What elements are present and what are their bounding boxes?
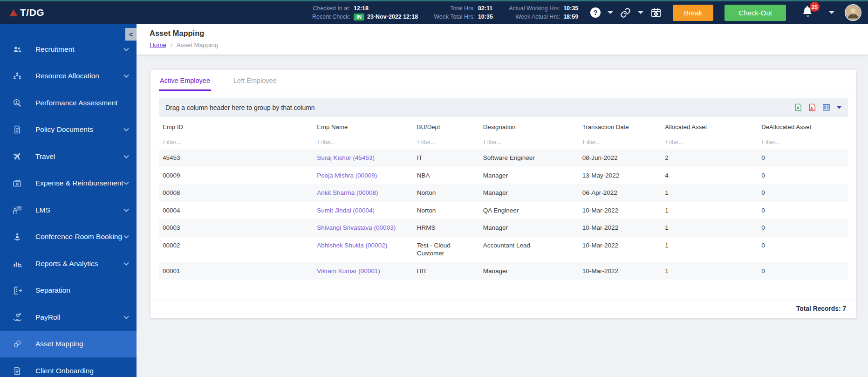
cell-bu-dept: IT	[413, 149, 479, 167]
cell-designation: QA Engineer	[479, 202, 579, 219]
sidebar-item-policy-documents[interactable]: Policy Documents	[0, 117, 137, 144]
tab-active-employee[interactable]: Active Employee	[159, 70, 211, 91]
sidebar-item-travel[interactable]: Travel	[0, 143, 137, 170]
employee-name-link[interactable]: Abhishek Shukla (00002)	[317, 242, 387, 249]
asset-mapping-card: Active Employee Left Employee Drag a col…	[150, 70, 856, 318]
sidebar-item-reports-analytics[interactable]: Reports & Analytics	[0, 250, 137, 277]
employee-name-link[interactable]: Sumit Jindal (00004)	[317, 207, 375, 214]
sidebar-item-client-onboarding[interactable]: Client Onboarding	[0, 357, 137, 377]
sidebar-item-label: Reports & Analytics	[35, 260, 98, 268]
cell-transaction-date: 08-Jun-2022	[579, 149, 661, 167]
chevron-down-icon[interactable]	[837, 106, 841, 109]
chevron-down-icon	[123, 235, 129, 239]
cell-deallocated: 0	[758, 237, 848, 262]
cell-bu-dept: HRMS	[413, 219, 479, 237]
sidebar-item-recruitment[interactable]: Recruitment	[0, 36, 137, 63]
sidebar-item-label: Travel	[35, 152, 55, 161]
sidebar-item-performance-assessment[interactable]: Performance Assessment	[0, 89, 137, 117]
group-by-bar[interactable]: Drag a column header here to group by th…	[159, 98, 848, 117]
filter-input-transaction-date[interactable]	[582, 137, 652, 147]
sidebar-item-asset-mapping[interactable]: Asset Mapping	[0, 331, 137, 358]
employee-name-link[interactable]: Vikram Kumar (00001)	[317, 267, 380, 274]
column-header-transaction-date[interactable]: Transaction Date	[579, 117, 661, 132]
tab-left-employee[interactable]: Left Employee	[232, 70, 278, 91]
employee-name-link[interactable]: Shivangi Srivastava (00003)	[317, 224, 396, 231]
filter-input-emp-name[interactable]	[317, 137, 403, 147]
excel-export-icon[interactable]	[794, 103, 803, 112]
time-stats: Checked In at: 12:18 Recent Check: IN 23…	[312, 5, 578, 21]
week-actual-value: 18:59	[563, 14, 578, 20]
checkin-stat-group: Checked In at: 12:18 Recent Check: IN 23…	[312, 5, 418, 21]
cell-designation: Manager	[479, 262, 579, 280]
actual-hrs-stat-group: Actual Working Hrs: 10:35 Week Actual Hr…	[509, 5, 578, 20]
table-row: 00008 Ankit Sharma (00008) Norton Manage…	[159, 184, 848, 202]
checked-in-value: 12:18	[354, 5, 418, 12]
notification-count-badge: 25	[810, 2, 820, 12]
sidebar-item-payroll[interactable]: PayRoll	[0, 304, 137, 331]
help-icon[interactable]: ?	[590, 7, 601, 18]
sidebar-item-label: Performance Assessment	[35, 99, 118, 107]
cell-deallocated: 0	[758, 184, 848, 202]
column-header-designation[interactable]: Designation	[479, 117, 579, 132]
table-row: 00001 Vikram Kumar (00001) HR Manager 10…	[159, 262, 848, 280]
people-network-icon	[11, 71, 23, 81]
employee-name-link[interactable]: Ankit Sharma (00008)	[317, 189, 378, 196]
sidebar-item-separation[interactable]: Separation	[0, 277, 137, 304]
breadcrumb-home-link[interactable]: Home	[150, 41, 166, 48]
filter-input-deallocated-asset[interactable]	[761, 137, 838, 147]
page-title: Asset Mapping	[150, 29, 855, 38]
notifications-button[interactable]: 25	[802, 6, 814, 20]
table-row: 00003 Shivangi Srivastava (00003) HRMS M…	[159, 219, 848, 237]
employee-name-link[interactable]: Pooja Mishra (00009)	[317, 172, 377, 179]
cell-designation: Manager	[479, 184, 579, 202]
cell-designation: Manager	[479, 219, 579, 237]
column-header-emp-id[interactable]: Emp ID	[159, 117, 313, 132]
employee-name-link[interactable]: Suraj Kishor (45453)	[317, 154, 375, 161]
check-out-button[interactable]: Check-Out	[724, 5, 786, 21]
sidebar-item-conference-room-booking[interactable]: Conference Room Booking	[0, 224, 137, 251]
filter-input-bu-dept[interactable]	[417, 137, 472, 147]
sidebar-item-lms[interactable]: LMS	[0, 197, 137, 224]
tab-bar: Active Employee Left Employee	[150, 70, 856, 91]
sidebar-item-label: Client Onboarding	[35, 367, 94, 375]
cell-allocated: 1	[661, 219, 758, 237]
filter-input-allocated-asset[interactable]	[665, 137, 748, 147]
trainer-board-icon	[11, 205, 23, 215]
column-chooser-icon[interactable]	[822, 103, 831, 112]
cell-emp-id: 00008	[159, 184, 313, 202]
column-header-deallocated-asset[interactable]: DeAllocated Asset	[758, 117, 848, 132]
total-hrs-label: Total Hrs:	[434, 5, 475, 12]
actual-working-label: Actual Working Hrs:	[509, 5, 560, 12]
grid-container: Drag a column header here to group by th…	[150, 91, 856, 300]
break-button[interactable]: Break	[673, 5, 713, 21]
filter-input-designation[interactable]	[483, 137, 568, 147]
chevron-down-icon[interactable]	[829, 11, 834, 14]
week-actual-label: Week Actual Hrs:	[509, 14, 560, 20]
column-header-bu-dept[interactable]: BU/Dept	[413, 117, 479, 132]
filter-input-emp-id[interactable]	[163, 137, 299, 147]
chevron-down-icon[interactable]	[638, 11, 643, 14]
brand-name: T/DG	[20, 7, 44, 18]
grid-toolbar	[794, 103, 841, 112]
sidebar-item-resource-allocation[interactable]: Resource Allocation	[0, 63, 137, 90]
sidebar-item-label: Conference Room Booking	[35, 233, 122, 241]
podium-icon	[11, 232, 23, 242]
cell-emp-id: 00001	[159, 262, 313, 280]
column-header-emp-name[interactable]: Emp Name	[313, 117, 413, 132]
brand-logo[interactable]: T/DG	[9, 7, 44, 18]
sidebar-item-expense-reimbursement[interactable]: Expense & Reimbursement	[0, 170, 137, 197]
cell-emp-id: 00003	[159, 219, 313, 237]
chevron-down-icon	[123, 208, 129, 212]
document-icon	[11, 366, 23, 376]
avatar[interactable]	[845, 4, 861, 21]
actual-working-value: 10:35	[563, 5, 578, 12]
chevron-down-icon[interactable]	[608, 11, 613, 14]
chevron-down-icon	[123, 48, 129, 51]
pdf-export-icon[interactable]	[808, 103, 817, 112]
cell-deallocated: 0	[758, 262, 848, 280]
topbar-icon-cluster: ?	[590, 7, 662, 18]
column-header-allocated-asset[interactable]: Allocated Asset	[661, 117, 758, 132]
link-icon[interactable]	[620, 7, 631, 18]
cell-allocated: 2	[661, 149, 758, 167]
calendar-check-icon[interactable]	[650, 7, 662, 18]
